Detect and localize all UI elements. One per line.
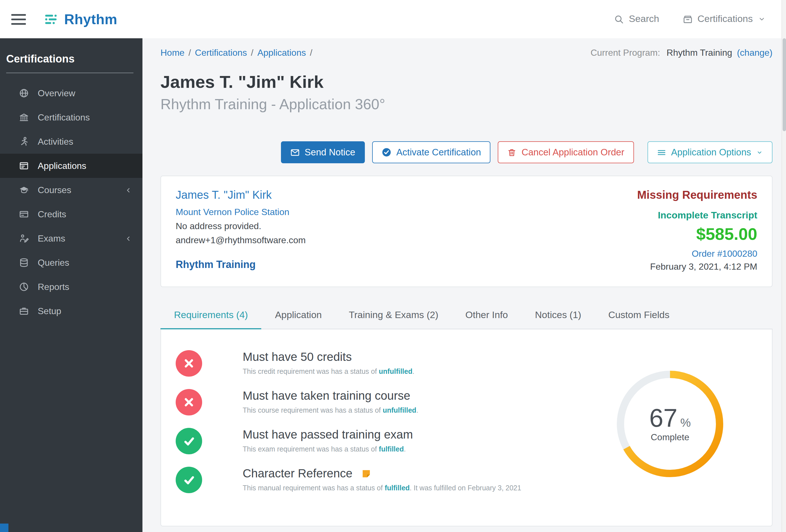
requirement-description: This exam requirement was has a status o…	[243, 445, 413, 453]
menu-bar	[11, 23, 26, 24]
application-card-icon	[19, 160, 29, 171]
check-circle-status-icon	[176, 428, 202, 454]
send-notice-label: Send Notice	[305, 147, 355, 158]
breadcrumb-link-applications[interactable]: Applications	[257, 48, 306, 57]
tab-requirements-4[interactable]: Requirements (4)	[160, 302, 261, 329]
globe-icon	[19, 88, 29, 98]
sidebar-item-courses[interactable]: Courses	[0, 178, 142, 202]
sidebar-item-queries[interactable]: Queries	[0, 251, 142, 275]
sidebar-item-certifications[interactable]: Certifications	[0, 105, 142, 130]
module-selector[interactable]: Certifications	[683, 14, 766, 25]
requirement-title: Must have passed training exam	[243, 428, 413, 441]
chevron-left-icon	[124, 186, 132, 194]
page-subtitle: Rhythm Training - Application 360°	[160, 96, 772, 113]
cancel-application-order-button[interactable]: Cancel Application Order	[498, 141, 634, 163]
sidebar-item-setup[interactable]: Setup	[0, 299, 142, 323]
requirement-body: Character ReferenceThis manual requireme…	[243, 467, 521, 492]
tab-other-info[interactable]: Other Info	[452, 302, 522, 329]
sidebar-item-label: Courses	[38, 185, 71, 195]
order-amount: $585.00	[637, 225, 757, 244]
order-number-link[interactable]: Order #1000280	[637, 249, 757, 259]
chevron-left-icon	[124, 234, 132, 242]
exam-writer-icon	[19, 233, 29, 244]
transcript-status: Incomplete Transcript	[637, 210, 757, 221]
certifications-module-icon	[683, 14, 692, 24]
sidebar-item-applications[interactable]: Applications	[0, 154, 142, 178]
tab-application[interactable]: Application	[261, 302, 335, 329]
completion-percent: 67	[649, 405, 677, 431]
sidebar-item-credits[interactable]: Credits	[0, 202, 142, 226]
missing-requirements-status: Missing Requirements	[637, 189, 757, 202]
sidebar-item-label: Queries	[38, 258, 69, 268]
sidebar-item-label: Activities	[38, 137, 73, 147]
requirement-body: Must have passed training examThis exam …	[243, 428, 413, 453]
current-program-value: Rhythm Training	[667, 48, 732, 57]
application-options-button[interactable]: Application Options	[647, 141, 772, 163]
breadcrumb: Home/Certifications/Applications/	[160, 48, 317, 58]
pie-chart-icon	[19, 281, 29, 292]
menu-bar	[11, 14, 26, 16]
graduation-cap-icon	[19, 185, 29, 195]
current-program: Current Program: Rhythm Training (change…	[591, 48, 772, 58]
tab-training-exams-2[interactable]: Training & Exams (2)	[335, 302, 452, 329]
sidebar-item-label: Overview	[38, 88, 75, 98]
topbar: Rhythm Search Certifications	[0, 0, 786, 38]
applicant-name-link[interactable]: James T. "Jim" Kirk	[176, 189, 306, 202]
cancel-application-order-label: Cancel Application Order	[522, 147, 624, 158]
logo-text: Rhythm	[64, 11, 117, 27]
order-summary: Missing Requirements Incomplete Transcri…	[637, 189, 757, 272]
scrollbar-thumb[interactable]	[783, 38, 786, 131]
sidebar-item-reports[interactable]: Reports	[0, 275, 142, 299]
scrollbar[interactable]	[782, 0, 786, 532]
module-selector-label: Certifications	[697, 14, 753, 25]
requirement-description-suffix: . It was fulfilled on February 3, 2021	[410, 484, 521, 492]
requirement-title-text: Must have 50 credits	[243, 350, 352, 364]
envelope-icon	[291, 148, 300, 157]
tab-custom-fields[interactable]: Custom Fields	[595, 302, 683, 329]
menu-bars-icon	[657, 148, 666, 157]
check-circle-icon	[382, 147, 391, 157]
credit-card-icon	[19, 209, 29, 219]
requirement-description-prefix: This manual requirement was has a status…	[243, 484, 385, 492]
donut-center: 67 % Complete	[616, 370, 724, 478]
breadcrumb-separator: /	[188, 48, 191, 57]
breadcrumb-link-certifications[interactable]: Certifications	[195, 48, 247, 57]
change-program-link[interactable]: (change)	[737, 48, 772, 57]
trash-icon	[508, 148, 516, 157]
sidebar-item-activities[interactable]: Activities	[0, 130, 142, 154]
sidebar-item-exams[interactable]: Exams	[0, 226, 142, 251]
requirement-title: Must have 50 credits	[243, 350, 414, 364]
menu-bar	[11, 18, 26, 20]
program-name: Rhythm Training	[176, 259, 306, 271]
search-button[interactable]: Search	[614, 14, 659, 25]
requirement-description-prefix: This course requirement was has a status…	[243, 407, 383, 414]
breadcrumb-link-home[interactable]: Home	[160, 48, 184, 57]
requirement-description: This manual requirement was has a status…	[243, 484, 521, 492]
main-content: Home/Certifications/Applications/ Curren…	[142, 38, 786, 532]
menu-toggle-button[interactable]	[11, 14, 26, 24]
page-title: James T. "Jim" Kirk	[160, 72, 772, 92]
x-circle-status-icon	[176, 389, 202, 415]
tab-bar: Requirements (4)ApplicationTraining & Ex…	[160, 302, 772, 329]
requirement-status-word: unfulfilled	[383, 407, 416, 414]
sidebar-item-label: Credits	[38, 209, 66, 219]
sticky-note-icon[interactable]	[362, 469, 371, 478]
requirement-status-word: fulfilled	[379, 445, 404, 453]
sidebar-item-overview[interactable]: Overview	[0, 81, 142, 105]
sidebar-menu: OverviewCertificationsActivitiesApplicat…	[0, 81, 142, 323]
app-logo[interactable]: Rhythm	[44, 11, 117, 27]
requirement-description: This credit requirement was has a status…	[243, 368, 414, 375]
applicant-details: James T. "Jim" Kirk Mount Vernon Police …	[176, 189, 306, 272]
completion-percent-unit: %	[680, 417, 691, 429]
tab-notices-1[interactable]: Notices (1)	[522, 302, 595, 329]
activate-certification-button[interactable]: Activate Certification	[372, 141, 491, 163]
search-label: Search	[629, 14, 659, 25]
search-icon	[614, 14, 624, 24]
organization-link[interactable]: Mount Vernon Police Station	[176, 207, 306, 217]
sidebar-item-label: Certifications	[38, 112, 90, 122]
send-notice-button[interactable]: Send Notice	[281, 141, 365, 163]
application-options-label: Application Options	[671, 147, 751, 158]
rhythm-logo-icon	[44, 11, 59, 27]
requirement-body: Must have 50 creditsThis credit requirem…	[243, 350, 414, 375]
chevron-down-icon	[758, 15, 766, 23]
